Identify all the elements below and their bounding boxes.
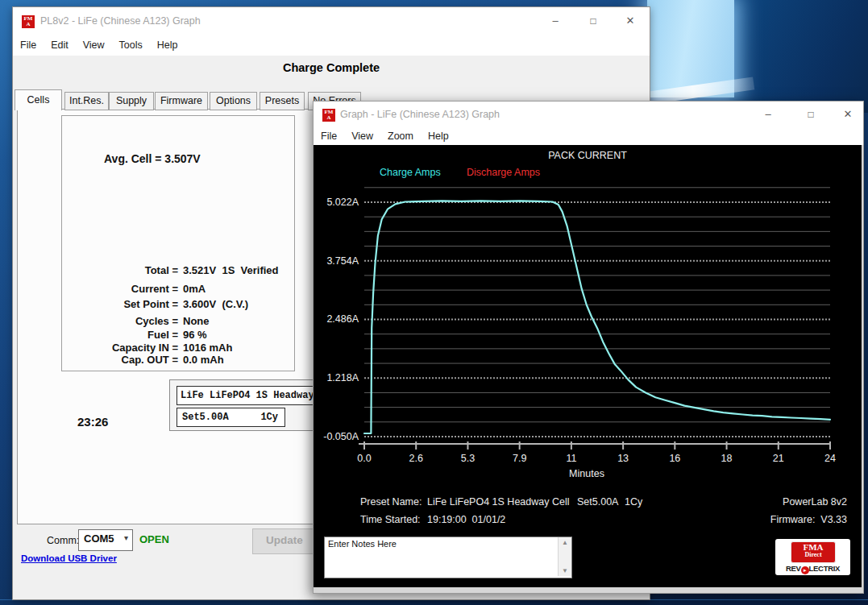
brand-lectrix: LECTRIX xyxy=(809,564,841,573)
svg-text:5.3: 5.3 xyxy=(461,453,475,464)
pl8v2-titlebar[interactable]: FMA PL8v2 - LiFe (Chinese A123) Graph – … xyxy=(13,7,650,35)
notes-placeholder: Enter Notes Here xyxy=(328,539,397,549)
graph-menu-help[interactable]: Help xyxy=(421,128,456,144)
minimize-button[interactable]: – xyxy=(750,102,787,127)
wallpaper-dark-pane xyxy=(729,0,868,113)
fma-app-icon: FMA xyxy=(322,108,336,122)
stat-value: 3.600V (C.V.) xyxy=(183,298,248,310)
svg-text:18: 18 xyxy=(721,453,733,464)
window-title: PL8v2 - LiFe (Chinese A123) Graph xyxy=(40,15,201,27)
svg-text:2.486A: 2.486A xyxy=(326,313,359,325)
stat-value: 96 % xyxy=(183,329,207,341)
maximize-button[interactable]: □ xyxy=(575,7,612,35)
elapsed-timer: 23:26 xyxy=(77,415,108,429)
fma-direct-badge: FMA Direct xyxy=(791,541,836,563)
svg-text:-0.050A: -0.050A xyxy=(323,431,359,442)
stat-value: 1016 mAh xyxy=(183,342,232,354)
stat-row: Cycles =None xyxy=(65,315,307,327)
tab-int-res-[interactable]: Int.Res. xyxy=(64,92,109,110)
preset-name-value: LiFe LiFePO4 1S Headway Cell xyxy=(427,496,569,508)
pl8v2-menubar: FileEditViewToolsHelp xyxy=(13,35,650,56)
graph-menu-zoom[interactable]: Zoom xyxy=(380,128,421,144)
stat-label: Current = xyxy=(65,283,178,295)
stat-row: Cap. OUT =0.0 mAh xyxy=(65,354,307,366)
menu-edit[interactable]: Edit xyxy=(44,37,76,53)
series-charge-amps xyxy=(364,201,830,433)
menu-tools[interactable]: Tools xyxy=(112,37,150,53)
preset-set-amps: Set5.00A xyxy=(577,496,618,508)
notes-scrollbar[interactable]: ▲ ▼ xyxy=(558,537,571,576)
menu-view[interactable]: View xyxy=(76,37,112,53)
svg-text:16: 16 xyxy=(669,453,680,464)
download-usb-driver-link[interactable]: Download USB Driver xyxy=(21,553,117,563)
graph-menu-file[interactable]: File xyxy=(314,128,344,144)
legend-discharge-amps: Discharge Amps xyxy=(467,167,540,178)
legend-charge-amps: Charge Amps xyxy=(380,167,441,178)
graph-client-area: PACK CURRENT Charge Amps Discharge Amps … xyxy=(314,145,862,587)
fma-app-icon: FMA xyxy=(21,15,35,29)
svg-text:Minutes: Minutes xyxy=(569,468,604,479)
svg-text:24: 24 xyxy=(824,453,836,464)
desktop: FMA PL8v2 - LiFe (Chinese A123) Graph – … xyxy=(0,0,868,605)
update-button[interactable]: Update xyxy=(252,528,317,554)
stat-row: Capacity IN =1016 mAh xyxy=(65,342,307,354)
pack-current-chart: 5.022A3.754A2.486A1.218A-0.050A0.02.65.3… xyxy=(314,177,862,491)
chart-title: PACK CURRENT xyxy=(314,150,862,161)
svg-text:13: 13 xyxy=(617,453,629,464)
avg-cell-readout: Avg. Cell = 3.507V xyxy=(104,152,201,165)
preset-group-box: LiFe LiFePO4 1S Headway Cell Set5.00A1Cy xyxy=(169,379,329,431)
comm-label: Comm: xyxy=(47,535,79,546)
tab-firmware[interactable]: Firmware xyxy=(155,92,208,110)
stat-value: 0.0 mAh xyxy=(183,354,224,366)
window-title: Graph - LiFe (Chinese A123) Graph xyxy=(340,109,500,120)
notes-input[interactable]: Enter Notes Here ▲ ▼ xyxy=(324,537,572,578)
chevron-down-icon: ▾ xyxy=(124,533,128,542)
graph-menu-view[interactable]: View xyxy=(344,128,380,144)
stat-label: Total = xyxy=(65,264,178,276)
preset-set-amps: Set5.00A xyxy=(182,412,229,423)
stat-label: Cycles = xyxy=(65,315,178,327)
svg-text:2.6: 2.6 xyxy=(409,453,423,464)
charge-status-heading: Charge Complete xyxy=(13,61,650,74)
time-started-label: Time Started: xyxy=(360,514,421,525)
graph-titlebar[interactable]: FMA Graph - LiFe (Chinese A123) Graph – … xyxy=(314,102,863,127)
play-arrow-icon: ▸ xyxy=(801,566,809,574)
graph-window: FMA Graph - LiFe (Chinese A123) Graph – … xyxy=(313,101,864,594)
svg-text:5.022A: 5.022A xyxy=(326,197,359,208)
stat-row: Set Point =3.600V (C.V.) xyxy=(65,298,307,310)
com-port-select[interactable]: COM5 ▾ xyxy=(78,529,133,551)
logo-direct-text: Direct xyxy=(791,552,835,558)
scroll-down-icon[interactable]: ▼ xyxy=(559,567,571,574)
stat-row: Total =3.521V 1S Verified xyxy=(65,264,307,276)
stat-value: None xyxy=(183,315,210,327)
tab-presets[interactable]: Presets xyxy=(260,92,305,110)
stat-row: Current =0mA xyxy=(65,283,307,295)
stat-label: Set Point = xyxy=(65,298,178,310)
svg-text:7.9: 7.9 xyxy=(513,453,526,464)
stat-label: Fuel = xyxy=(65,329,178,341)
stat-label: Cap. OUT = xyxy=(65,354,178,366)
revolectrix-wordmark: REV▸LECTRIX xyxy=(775,564,850,574)
menu-file[interactable]: File xyxy=(13,37,44,53)
time-started-value: 19:19:00 01/01/2 xyxy=(427,514,505,525)
scroll-up-icon[interactable]: ▲ xyxy=(559,539,571,546)
stat-row: Fuel =96 % xyxy=(65,329,307,341)
tab-supply[interactable]: Supply xyxy=(109,92,154,110)
tab-cells[interactable]: Cells xyxy=(15,89,62,110)
svg-text:11: 11 xyxy=(566,453,576,464)
preset-name-label: Preset Name: xyxy=(360,496,422,508)
close-button[interactable]: ✕ xyxy=(833,102,862,127)
device-name: PowerLab 8v2 xyxy=(783,496,847,508)
tab-options[interactable]: Options xyxy=(210,92,257,110)
svg-text:3.754A: 3.754A xyxy=(326,255,359,267)
menu-help[interactable]: Help xyxy=(150,37,185,53)
fma-revolectrix-logo: FMA Direct REV▸LECTRIX xyxy=(775,539,850,575)
maximize-button[interactable]: □ xyxy=(792,102,829,127)
preset-cycles: 1Cy xyxy=(260,408,278,426)
close-button[interactable]: ✕ xyxy=(612,7,649,35)
stat-value: 0mA xyxy=(183,283,206,295)
svg-text:1.218A: 1.218A xyxy=(326,372,359,383)
minimize-button[interactable]: – xyxy=(537,7,574,35)
stat-label: Capacity IN = xyxy=(65,342,178,354)
preset-cycles: 1Cy xyxy=(625,496,642,508)
